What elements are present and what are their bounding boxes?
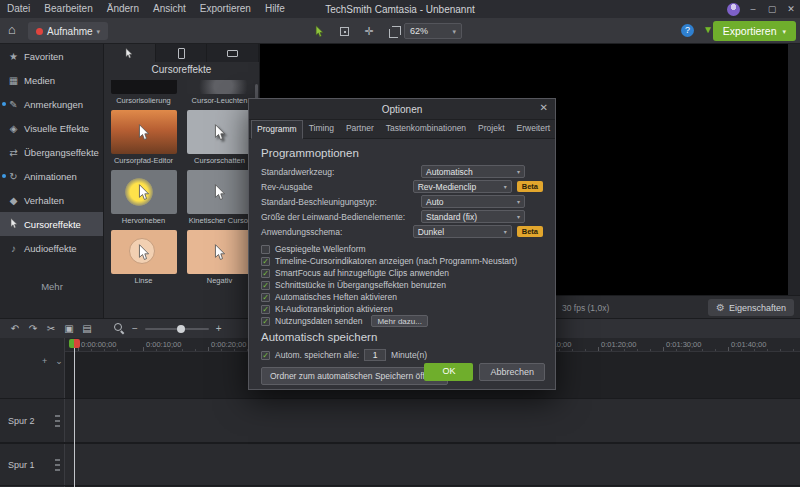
open-autosave-folder-button[interactable]: Ordner zum automatischen Speichern öffne… bbox=[261, 367, 448, 385]
checkbox[interactable]: ✓ bbox=[261, 293, 270, 302]
checkbox[interactable]: ✓ bbox=[261, 257, 270, 266]
sidebar-item-label: Favoriten bbox=[24, 51, 64, 62]
gesture-portrait-tab[interactable] bbox=[156, 44, 208, 62]
sidebar-item-favoriten[interactable]: ★Favoriten bbox=[0, 44, 103, 68]
dropdown-standard-beschleunigungstyp[interactable]: Auto bbox=[421, 195, 525, 208]
sidebar-item-audioeffekte[interactable]: ♪Audioeffekte bbox=[0, 236, 103, 260]
dialog-tab-erweitert[interactable]: Erweitert bbox=[511, 119, 557, 138]
transform-tool[interactable] bbox=[335, 22, 353, 40]
section-title-program: Programmoptionen bbox=[261, 147, 543, 159]
ruler-tick bbox=[663, 347, 664, 351]
lens-thumbnail bbox=[111, 230, 177, 274]
dialog-tab-partner[interactable]: Partner bbox=[340, 119, 380, 138]
close-icon[interactable] bbox=[540, 103, 548, 113]
crop-tool[interactable] bbox=[385, 22, 403, 40]
menu-ändern[interactable]: Ändern bbox=[100, 0, 146, 18]
more-info-button[interactable]: Mehr dazu... bbox=[371, 315, 427, 327]
zoom-out-button[interactable] bbox=[132, 324, 138, 334]
dialog-titlebar[interactable]: Optionen bbox=[249, 99, 555, 120]
effect-label: Cursorschatten bbox=[187, 156, 253, 165]
dialog-tab-timing[interactable]: Timing bbox=[303, 119, 340, 138]
menu-hilfe[interactable]: Hilfe bbox=[258, 0, 292, 18]
animations-icon: ↻ bbox=[7, 171, 20, 182]
autosave-checkbox[interactable]: ✓ bbox=[261, 351, 270, 360]
checkbox[interactable]: ✓ bbox=[261, 281, 270, 290]
dialog-tab-projekt[interactable]: Projekt bbox=[472, 119, 510, 138]
dropdown-standardwerkzeug[interactable]: Automatisch bbox=[421, 165, 525, 178]
record-button[interactable]: Aufnahme bbox=[28, 22, 108, 40]
track-spur-1[interactable]: Spur 1 bbox=[0, 443, 800, 486]
properties-button[interactable]: Eigenschaften bbox=[708, 299, 794, 316]
sidebar-item-anmerkungen[interactable]: ✎Anmerkungen bbox=[0, 92, 103, 116]
effect-cursorpfad-editor[interactable]: Cursorpfad-Editor bbox=[111, 110, 177, 165]
selection-end-handle[interactable] bbox=[74, 339, 80, 348]
dialog-tab-tastenkombinationen[interactable]: Tastenkombinationen bbox=[380, 119, 472, 138]
playhead-handle[interactable] bbox=[69, 339, 80, 348]
effects-grid: CursorisolierungCursor-LeuchtenCursorpfa… bbox=[104, 78, 259, 285]
zoom-in-button[interactable] bbox=[216, 324, 222, 334]
checkbox[interactable]: ✓ bbox=[261, 305, 270, 314]
menu-exportieren[interactable]: Exportieren bbox=[193, 0, 258, 18]
menu-datei[interactable]: Datei bbox=[0, 0, 37, 18]
playhead-line[interactable] bbox=[74, 348, 75, 487]
menu-bearbeiten[interactable]: Bearbeiten bbox=[37, 0, 99, 18]
sidebar-item-cursoreffekte[interactable]: Cursoreffekte bbox=[0, 212, 103, 236]
minimize-button[interactable]: – bbox=[747, 4, 759, 14]
effect-linse[interactable]: Linse bbox=[111, 230, 177, 285]
effect-negativ[interactable]: Negativ bbox=[187, 230, 253, 285]
sidebar-item-medien[interactable]: ▦Medien bbox=[0, 68, 103, 92]
cancel-button[interactable]: Abbrechen bbox=[479, 363, 545, 381]
track-spur-2[interactable]: Spur 2 bbox=[0, 398, 800, 443]
option-check-nutzungsdaten-senden: ✓Nutzungsdaten sendenMehr dazu... bbox=[261, 315, 543, 327]
ok-button[interactable]: OK bbox=[424, 363, 473, 381]
effect-kinetischer-cursor[interactable]: Kinetischer Cursor bbox=[187, 170, 253, 225]
checkbox[interactable]: ✓ bbox=[261, 317, 270, 326]
dropdown-größe-der-leinwand-bedienelemente[interactable]: Standard (fix) bbox=[421, 210, 525, 223]
maximize-button[interactable]: ▢ bbox=[766, 4, 778, 14]
autosave-interval-input[interactable] bbox=[364, 349, 386, 361]
sidebar-item-label: Verhalten bbox=[24, 195, 64, 206]
effect-cursorschatten[interactable]: Cursorschatten bbox=[187, 110, 253, 165]
help-icon[interactable]: ? bbox=[681, 24, 694, 37]
sidebar-item-label: Cursoreffekte bbox=[24, 219, 81, 230]
user-avatar[interactable] bbox=[727, 3, 740, 16]
add-track-button[interactable] bbox=[42, 356, 47, 366]
sidebar-item-visuelle-effekte[interactable]: ◈Visuelle Effekte bbox=[0, 116, 103, 140]
copy-icon[interactable] bbox=[60, 324, 78, 334]
effect-hervorheben[interactable]: Hervorheben bbox=[111, 170, 177, 225]
cut-icon[interactable] bbox=[42, 324, 60, 334]
dropdown-anwendungsschema[interactable]: Dunkel bbox=[413, 225, 512, 238]
home-icon[interactable] bbox=[8, 22, 16, 37]
export-button[interactable]: Exportieren bbox=[713, 21, 796, 41]
pan-tool[interactable]: ✛ bbox=[360, 22, 378, 40]
close-button[interactable]: ✕ bbox=[785, 4, 797, 14]
sidebar-item-übergangseffekte[interactable]: ⇄Übergangseffekte bbox=[0, 140, 103, 164]
track-options-icon[interactable] bbox=[55, 459, 60, 471]
effect-cursorisolierung[interactable]: Cursorisolierung bbox=[111, 80, 177, 105]
checkbox[interactable] bbox=[261, 245, 270, 254]
track-options-icon[interactable] bbox=[55, 415, 60, 427]
track-controls bbox=[42, 356, 63, 366]
dropdown-rev-ausgabe[interactable]: Rev-Medienclip bbox=[413, 180, 512, 193]
sidebar-item-verhalten[interactable]: ◆Verhalten bbox=[0, 188, 103, 212]
selection-tool[interactable] bbox=[310, 22, 328, 40]
timeline-zoom-slider[interactable] bbox=[145, 328, 209, 330]
sidebar-item-animationen[interactable]: ↻Animationen bbox=[0, 164, 103, 188]
cursor-arrow-icon bbox=[214, 184, 226, 201]
collapse-tracks-icon[interactable] bbox=[55, 356, 63, 366]
sidebar-more-button[interactable]: Mehr bbox=[0, 281, 104, 292]
undo-icon[interactable] bbox=[6, 324, 24, 334]
zoom-slider-thumb[interactable] bbox=[177, 325, 185, 333]
dialog-tab-programm[interactable]: Programm bbox=[251, 120, 303, 139]
menu-ansicht[interactable]: Ansicht bbox=[146, 0, 193, 18]
effect-cursor-leuchten[interactable]: Cursor-Leuchten bbox=[187, 80, 253, 105]
paste-icon[interactable] bbox=[78, 324, 96, 334]
zoom-select[interactable]: 62% bbox=[404, 23, 462, 39]
redo-icon[interactable] bbox=[24, 324, 42, 334]
sidebar-item-label: Animationen bbox=[24, 171, 77, 182]
cursor-tab[interactable] bbox=[104, 44, 156, 62]
update-download-icon[interactable] bbox=[703, 24, 713, 35]
gesture-landscape-tab[interactable] bbox=[207, 44, 259, 62]
export-label: Exportieren bbox=[723, 25, 777, 37]
checkbox[interactable]: ✓ bbox=[261, 269, 270, 278]
